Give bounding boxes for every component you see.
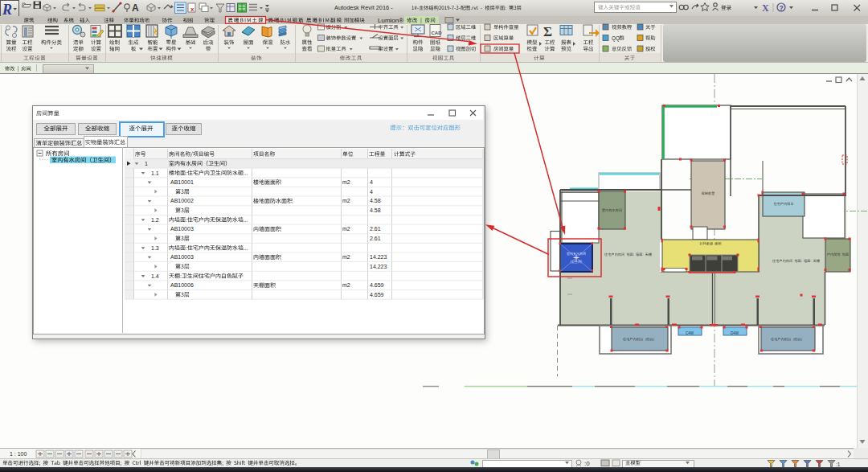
svg-text:1: 1 <box>145 161 148 166</box>
svg-text:x: x <box>190 6 194 13</box>
svg-text::1: :1 <box>836 462 841 467</box>
svg-text:m2: m2 <box>342 179 350 185</box>
svg-text:AB10003: AB10003 <box>170 254 194 260</box>
svg-text:2.61: 2.61 <box>370 226 381 232</box>
svg-text:A: A <box>132 2 139 14</box>
svg-text:14.223: 14.223 <box>370 254 387 260</box>
svg-text:Lumion®: Lumion® <box>378 17 403 24</box>
svg-text:m2: m2 <box>342 226 350 232</box>
svg-text:4.58: 4.58 <box>370 198 381 203</box>
svg-text:4: 4 <box>370 179 373 185</box>
svg-text:1.3: 1.3 <box>151 245 159 251</box>
svg-text:X: X <box>762 2 769 14</box>
svg-text:AB10006: AB10006 <box>170 282 194 288</box>
svg-text:14.223: 14.223 <box>370 264 387 269</box>
svg-text:AB10001: AB10001 <box>170 179 194 185</box>
svg-text:CAD: CAD <box>432 31 443 35</box>
svg-text:QQ: QQ <box>612 35 620 42</box>
svg-text:?: ? <box>780 4 784 12</box>
svg-text:AB10003: AB10003 <box>170 226 194 232</box>
svg-text:R: R <box>2 2 12 18</box>
svg-text:Σ: Σ <box>543 24 552 39</box>
svg-text:4.659: 4.659 <box>370 282 384 288</box>
svg-text:1.4: 1.4 <box>151 273 159 279</box>
svg-text:m2: m2 <box>342 282 350 288</box>
svg-text:D4W: D4W <box>731 331 739 335</box>
svg-text:m2: m2 <box>342 254 350 260</box>
svg-text:4.659: 4.659 <box>370 292 384 298</box>
svg-text:1 : 100: 1 : 100 <box>10 451 27 457</box>
svg-text:4: 4 <box>370 189 373 195</box>
svg-text:1.2: 1.2 <box>151 217 159 223</box>
svg-text:AB10002: AB10002 <box>170 198 194 203</box>
svg-text:C4W: C4W <box>686 331 694 335</box>
svg-text:m2: m2 <box>342 198 350 203</box>
svg-text::0: :0 <box>584 460 590 467</box>
svg-text:Autodesk Revit 2016 -: Autodesk Revit 2016 - <box>334 4 393 11</box>
svg-text:1.1: 1.1 <box>151 170 159 176</box>
svg-text:4.58: 4.58 <box>370 207 381 213</box>
svg-text:2.61: 2.61 <box>370 236 381 241</box>
